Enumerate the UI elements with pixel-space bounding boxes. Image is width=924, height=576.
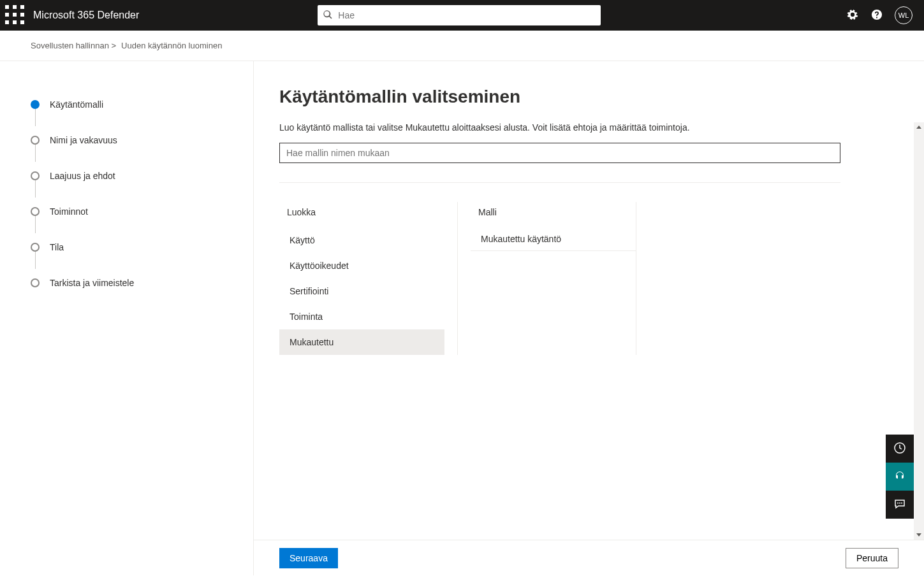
category-column: Luokka Käyttö Käyttöoikeudet Sertifioint… — [279, 202, 458, 355]
cancel-button[interactable]: Peruuta — [846, 548, 898, 568]
breadcrumb-part: Uuden käytännön luominen — [121, 41, 222, 50]
template-column: Malli Mukautettu käytäntö — [458, 202, 636, 355]
wizard-stepper: Käytäntömalli Nimi ja vakavuus Laajuus j… — [0, 61, 254, 575]
step-review-finish[interactable]: Tarkista ja viimeistele — [31, 265, 240, 301]
svg-rect-5 — [20, 13, 24, 17]
wizard-footer: Seuraava Peruuta — [254, 540, 924, 575]
svg-rect-4 — [13, 13, 17, 17]
side-tab-compass[interactable] — [886, 435, 914, 463]
side-tab-headset[interactable] — [886, 463, 914, 491]
svg-rect-6 — [5, 20, 9, 24]
gear-icon — [847, 9, 858, 22]
svg-rect-0 — [5, 5, 9, 9]
details-column — [636, 202, 840, 355]
user-avatar[interactable]: WL — [895, 6, 913, 24]
side-action-tabs — [886, 435, 914, 519]
search-input[interactable] — [338, 10, 596, 20]
svg-point-11 — [899, 502, 900, 503]
side-tab-feedback[interactable] — [886, 491, 914, 519]
scroll-up-icon[interactable] — [914, 122, 924, 133]
scrollbar[interactable] — [914, 122, 924, 540]
step-actions[interactable]: Toiminnot — [31, 194, 240, 229]
step-template[interactable]: Käytäntömalli — [31, 87, 240, 122]
category-item-activity[interactable]: Toiminta — [279, 304, 444, 329]
settings-button[interactable] — [846, 9, 859, 22]
compass-icon — [893, 442, 906, 456]
svg-rect-7 — [13, 20, 17, 24]
category-item-certification[interactable]: Sertifiointi — [279, 278, 444, 304]
svg-rect-2 — [20, 5, 24, 9]
category-item-custom[interactable]: Mukautettu — [279, 329, 444, 355]
search-icon — [323, 10, 333, 22]
page-title: Käytäntömallin valitseminen — [279, 87, 898, 107]
breadcrumb: Sovellusten hallinnan > Uuden käytännön … — [0, 31, 924, 61]
svg-rect-1 — [13, 5, 17, 9]
page-subtitle: Luo käytäntö mallista tai valitse Mukaut… — [279, 122, 898, 133]
headset-icon — [893, 470, 906, 484]
svg-point-10 — [897, 502, 898, 503]
category-item-usage[interactable]: Käyttö — [279, 227, 444, 253]
top-bar: Microsoft 365 Defender WL — [0, 0, 924, 31]
category-header: Luokka — [279, 202, 444, 222]
help-button[interactable] — [870, 9, 883, 22]
svg-point-12 — [901, 502, 902, 503]
global-search[interactable] — [318, 5, 601, 25]
question-icon — [871, 9, 883, 22]
scroll-down-icon[interactable] — [914, 529, 924, 540]
chat-icon — [893, 498, 906, 512]
step-status[interactable]: Tila — [31, 229, 240, 265]
template-item-custom-policy[interactable]: Mukautettu käytäntö — [471, 227, 636, 251]
app-launcher-button[interactable] — [5, 5, 26, 25]
next-button[interactable]: Seuraava — [279, 548, 338, 568]
breadcrumb-part[interactable]: Sovellusten hallinnan > — [31, 41, 116, 50]
template-header: Malli — [471, 202, 636, 222]
template-search-input[interactable] — [279, 143, 840, 163]
svg-rect-3 — [5, 13, 9, 17]
category-item-permissions[interactable]: Käyttöoikeudet — [279, 253, 444, 278]
step-scope-conditions[interactable]: Laajuus ja ehdot — [31, 158, 240, 194]
step-name-severity[interactable]: Nimi ja vakavuus — [31, 122, 240, 158]
app-title: Microsoft 365 Defender — [33, 10, 139, 21]
main-panel: Käytäntömallin valitseminen Luo käytäntö… — [254, 61, 924, 575]
svg-rect-8 — [20, 20, 24, 24]
